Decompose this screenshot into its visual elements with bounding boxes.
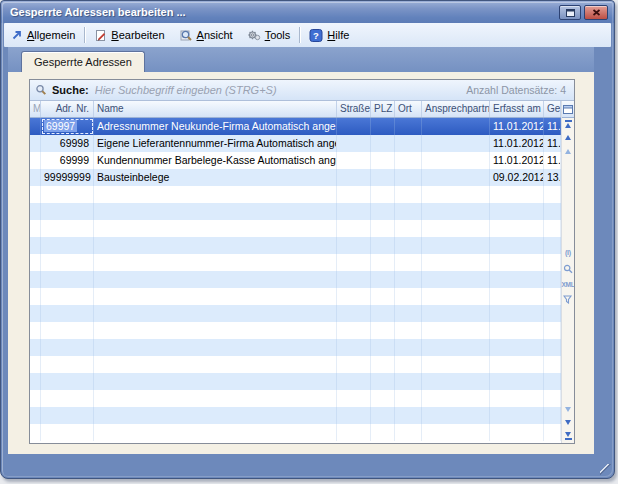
cell-adr xyxy=(41,203,94,220)
cell-name xyxy=(94,220,337,237)
resize-grip[interactable] xyxy=(600,464,611,475)
window-controls xyxy=(559,5,608,20)
cell-plz xyxy=(371,390,395,407)
cell-erfasst: 11.01.2012 xyxy=(490,118,544,135)
cell-ge xyxy=(544,288,561,305)
cell-m xyxy=(30,288,41,305)
cell-ge xyxy=(544,203,561,220)
menu-item-bearbeiten[interactable]: Bearbeiten xyxy=(87,23,171,47)
gear-icon xyxy=(247,29,261,42)
cell-adr: 69999 xyxy=(41,152,94,169)
cell-adr xyxy=(41,186,94,203)
column-header-plz[interactable]: PLZ xyxy=(371,101,395,117)
column-header-erfasst[interactable]: Erfasst am xyxy=(490,101,544,117)
xml-icon[interactable]: XML xyxy=(562,281,574,288)
menu-item-label: Hilfe xyxy=(327,29,349,41)
cell-adr xyxy=(41,305,94,322)
cell-erfasst xyxy=(490,254,544,271)
window-content: Gesperrte Adressen Suche: Hier Suchbegri… xyxy=(8,47,594,454)
column-header-m[interactable]: M xyxy=(30,101,41,117)
column-header-adr[interactable]: Adr. Nr. xyxy=(41,101,94,117)
cell-ansprechpartner xyxy=(422,118,490,135)
menu-item-tools[interactable]: Tools xyxy=(240,23,298,47)
record-count: Anzahl Datensätze: 4 xyxy=(466,84,566,96)
cell-strasse xyxy=(337,407,371,424)
cell-erfasst xyxy=(490,186,544,203)
table-row[interactable]: 69997Adressnummer Neukunde-Firma Automat… xyxy=(30,118,561,135)
column-header-name[interactable]: Name xyxy=(94,101,337,117)
cell-strasse xyxy=(337,288,371,305)
scroll-to-bottom-icon[interactable] xyxy=(562,432,574,440)
table-row[interactable]: 99999999Bausteinbelege09.02.201213. xyxy=(30,169,561,186)
table-row[interactable]: 69999Kundennummer Barbelege-Kasse Automa… xyxy=(30,152,561,169)
cell-ort xyxy=(395,186,422,203)
table-row-empty xyxy=(30,288,561,305)
cell-plz xyxy=(371,305,395,322)
cell-ort xyxy=(395,288,422,305)
cell-ort xyxy=(395,169,422,186)
cell-m xyxy=(30,356,41,373)
filter-icon[interactable] xyxy=(562,295,574,304)
svg-text:?: ? xyxy=(313,29,319,40)
cell-m xyxy=(30,135,41,152)
cell-name: Bausteinbelege xyxy=(94,169,337,186)
cell-ge xyxy=(544,373,561,390)
column-header-ort[interactable]: Ort xyxy=(395,101,422,117)
cell-name: Eigene Lieferantennummer-Firma Automatis… xyxy=(94,135,337,152)
scroll-to-top-icon[interactable] xyxy=(562,120,574,128)
cell-adr: 69998 xyxy=(41,135,94,152)
cell-adr xyxy=(41,407,94,424)
cell-erfasst xyxy=(490,356,544,373)
column-chooser-button[interactable] xyxy=(562,101,574,118)
restore-button[interactable] xyxy=(559,5,581,20)
cell-ansprechpartner xyxy=(422,186,490,203)
cell-ansprechpartner xyxy=(422,373,490,390)
scroll-up-page-icon[interactable] xyxy=(562,149,574,154)
column-header-strasse[interactable]: Straße xyxy=(337,101,371,117)
cell-ge xyxy=(544,254,561,271)
cell-adr: 99999999 xyxy=(41,169,94,186)
cell-m xyxy=(30,152,41,169)
cell-ort xyxy=(395,356,422,373)
cell-ansprechpartner xyxy=(422,356,490,373)
cell-ge xyxy=(544,305,561,322)
menu-item-allgemein[interactable]: Allgemein xyxy=(4,23,82,47)
cell-name xyxy=(94,390,337,407)
scroll-up-icon[interactable] xyxy=(562,135,574,140)
cell-ansprechpartner xyxy=(422,237,490,254)
table-row-empty xyxy=(30,356,561,373)
help-question-icon: ? xyxy=(309,29,323,42)
cell-name xyxy=(94,407,337,424)
menu-item-ansicht[interactable]: Ansicht xyxy=(172,23,240,47)
cell-plz xyxy=(371,169,395,186)
close-button[interactable] xyxy=(584,5,608,20)
cell-name: Adressnummer Neukunde-Firma Automatisch … xyxy=(94,118,337,135)
cell-ge: 11. xyxy=(544,135,561,152)
menu-item-hilfe[interactable]: ? Hilfe xyxy=(302,23,356,47)
column-chooser-icon xyxy=(563,105,573,114)
cell-ge: 11. xyxy=(544,118,561,135)
cell-adr xyxy=(41,390,94,407)
magnifier-icon[interactable] xyxy=(562,264,574,274)
column-header-ansprechpartner[interactable]: Ansprechpartner xyxy=(422,101,490,117)
restore-icon xyxy=(566,9,575,17)
scroll-down-icon[interactable] xyxy=(562,420,574,425)
cell-ansprechpartner xyxy=(422,135,490,152)
menu-separator xyxy=(299,27,300,43)
cell-erfasst xyxy=(490,305,544,322)
cell-ansprechpartner xyxy=(422,203,490,220)
menu-item-label: Bearbeiten xyxy=(111,29,164,41)
column-header-ge[interactable]: Ge xyxy=(544,101,561,117)
cell-ort xyxy=(395,424,422,441)
table-row[interactable]: 69998Eigene Lieferantennummer-Firma Auto… xyxy=(30,135,561,152)
cell-ansprechpartner xyxy=(422,305,490,322)
search-input[interactable]: Hier Suchbegriff eingeben (STRG+S) xyxy=(95,84,467,96)
cell-ansprechpartner xyxy=(422,322,490,339)
brackets-icon[interactable]: (I) xyxy=(562,249,574,256)
cell-plz xyxy=(371,186,395,203)
scroll-down-page-icon[interactable] xyxy=(562,407,574,412)
table-row-empty xyxy=(30,407,561,424)
tab-gesperrte-adressen[interactable]: Gesperrte Adressen xyxy=(21,51,145,72)
cell-adr xyxy=(41,271,94,288)
cell-m xyxy=(30,254,41,271)
